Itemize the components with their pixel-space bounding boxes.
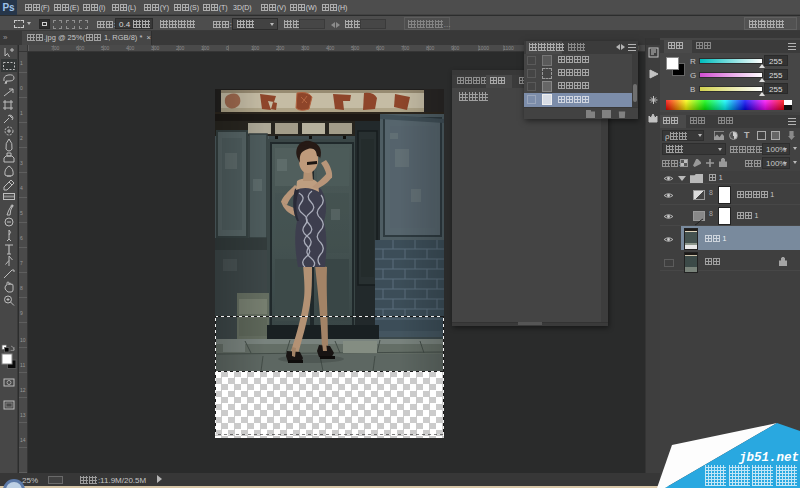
svg-text:jb51.net: jb51.net xyxy=(738,451,799,465)
